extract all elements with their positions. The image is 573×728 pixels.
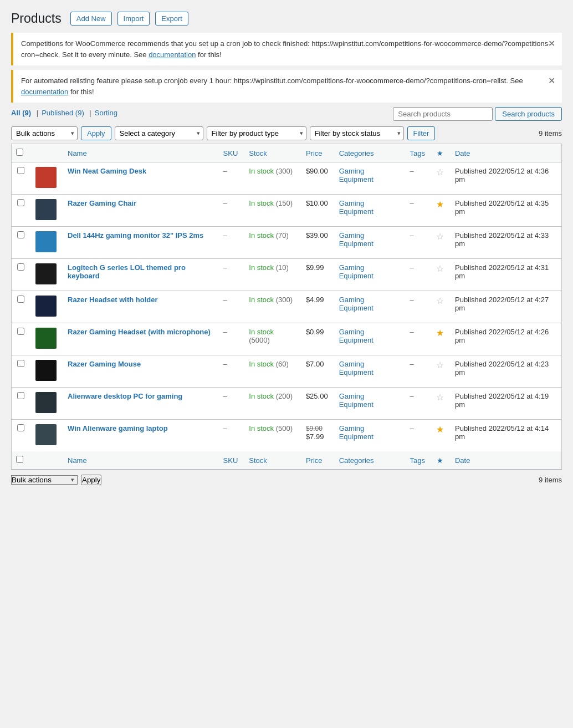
search-button[interactable]: Search products xyxy=(495,107,562,121)
notice-1: Competitions for WooCommerce recommends … xyxy=(11,33,562,65)
row-star-cell[interactable]: ☆ xyxy=(431,388,449,420)
row-checkbox-cell[interactable] xyxy=(12,323,30,355)
star-icon[interactable]: ☆ xyxy=(436,167,444,177)
search-input[interactable] xyxy=(393,107,493,121)
bulk-actions-select[interactable]: Bulk actions xyxy=(11,126,78,140)
category-link[interactable]: Gaming Equipment xyxy=(339,392,374,409)
filter-button-top[interactable]: Filter xyxy=(407,126,436,140)
row-checkbox[interactable] xyxy=(17,328,24,335)
row-checkbox[interactable] xyxy=(17,167,24,174)
th-name[interactable]: Name xyxy=(62,144,218,162)
star-icon[interactable]: ★ xyxy=(436,425,444,434)
product-name-link[interactable]: Win Neat Gaming Desk xyxy=(68,167,146,175)
tfoot-date[interactable]: Date xyxy=(449,451,561,470)
category-link[interactable]: Gaming Equipment xyxy=(339,328,374,344)
product-name-link[interactable]: Razer Gaming Mouse xyxy=(68,360,141,368)
tfoot-select-all[interactable] xyxy=(12,451,30,470)
row-star-cell[interactable]: ★ xyxy=(431,195,449,227)
tags-value: – xyxy=(410,199,414,207)
add-new-button[interactable]: Add New xyxy=(70,12,112,26)
bulk-actions-bottom-select[interactable]: Bulk actions xyxy=(11,475,78,485)
row-name-cell: Dell 144Hz gaming monitor 32" IPS 2ms xyxy=(62,227,218,259)
row-price-cell: $90.00 xyxy=(300,162,334,195)
category-link[interactable]: Gaming Equipment xyxy=(339,231,374,248)
product-name-link[interactable]: Dell 144Hz gaming monitor 32" IPS 2ms xyxy=(68,231,203,240)
star-icon[interactable]: ★ xyxy=(436,328,444,338)
row-checkbox[interactable] xyxy=(17,263,24,271)
row-star-cell[interactable]: ☆ xyxy=(431,259,449,291)
select-all-footer-checkbox[interactable] xyxy=(16,456,23,463)
row-star-cell[interactable]: ★ xyxy=(431,323,449,355)
product-name-link[interactable]: Logitech G series LOL themed pro keyboar… xyxy=(68,263,186,280)
category-link[interactable]: Gaming Equipment xyxy=(339,167,374,184)
category-select[interactable]: Select a category xyxy=(115,126,203,140)
category-link[interactable]: Gaming Equipment xyxy=(339,199,374,216)
product-name-link[interactable]: Win Alienware gaming laptop xyxy=(68,424,168,432)
notice-1-dismiss[interactable]: ✕ xyxy=(548,38,555,49)
notice-2-dismiss[interactable]: ✕ xyxy=(548,75,555,86)
category-link[interactable]: Gaming Equipment xyxy=(339,263,374,280)
stock-status-select[interactable]: Filter by stock status xyxy=(310,126,404,140)
export-button[interactable]: Export xyxy=(155,12,188,26)
row-thumb-cell xyxy=(30,355,62,388)
row-checkbox[interactable] xyxy=(17,199,24,206)
star-icon[interactable]: ☆ xyxy=(436,264,444,273)
row-checkbox-cell[interactable] xyxy=(12,388,30,420)
notice-1-link[interactable]: documentation xyxy=(149,50,196,59)
row-checkbox-cell[interactable] xyxy=(12,420,30,452)
import-button[interactable]: Import xyxy=(117,12,150,26)
row-date-cell: Published 2022/05/12 at 4:27 pm xyxy=(449,291,561,323)
apply-button-bottom[interactable]: Apply xyxy=(81,475,101,485)
date-value: Published 2022/05/12 at 4:33 pm xyxy=(455,231,549,248)
date-value: Published 2022/05/12 at 4:27 pm xyxy=(455,296,549,312)
row-checkbox-cell[interactable] xyxy=(12,227,30,259)
product-name-link[interactable]: Razer Headset with holder xyxy=(68,296,158,304)
category-link[interactable]: Gaming Equipment xyxy=(339,360,374,376)
star-icon[interactable]: ☆ xyxy=(436,393,444,402)
th-sku[interactable]: SKU xyxy=(218,144,244,162)
tfoot-name[interactable]: Name xyxy=(62,451,218,470)
row-checkbox-cell[interactable] xyxy=(12,291,30,323)
row-star-cell[interactable]: ☆ xyxy=(431,227,449,259)
tab-all[interactable]: All (9) xyxy=(11,109,31,117)
row-star-cell[interactable]: ☆ xyxy=(431,355,449,388)
tab-sorting[interactable]: Sorting xyxy=(95,109,117,117)
sku-value: – xyxy=(223,296,227,304)
star-icon[interactable]: ☆ xyxy=(436,360,444,370)
row-checkbox[interactable] xyxy=(17,231,24,238)
row-star-cell[interactable]: ☆ xyxy=(431,291,449,323)
stock-count: (300) xyxy=(276,296,293,304)
row-checkbox[interactable] xyxy=(17,424,24,431)
star-icon[interactable]: ☆ xyxy=(436,296,444,306)
tfoot-price[interactable]: Price xyxy=(300,451,334,470)
product-name-link[interactable]: Alienware desktop PC for gaming xyxy=(68,392,182,400)
row-checkbox-cell[interactable] xyxy=(12,195,30,227)
select-all-checkbox[interactable] xyxy=(16,149,23,156)
product-name-link[interactable]: Razer Gaming Chair xyxy=(68,199,136,207)
product-name-link[interactable]: Razer Gaming Headset (with microphone) xyxy=(68,328,211,336)
th-select-all[interactable] xyxy=(12,144,30,162)
star-icon[interactable]: ☆ xyxy=(436,232,444,241)
row-checkbox-cell[interactable] xyxy=(12,162,30,195)
th-date[interactable]: Date xyxy=(449,144,561,162)
stock-status: In stock xyxy=(249,231,274,240)
row-date-cell: Published 2022/05/12 at 4:14 pm xyxy=(449,420,561,452)
row-star-cell[interactable]: ★ xyxy=(431,420,449,452)
row-checkbox[interactable] xyxy=(17,392,24,399)
apply-button-top[interactable]: Apply xyxy=(81,126,111,140)
row-checkbox[interactable] xyxy=(17,296,24,303)
row-checkbox-cell[interactable] xyxy=(12,259,30,291)
star-icon[interactable]: ★ xyxy=(436,200,444,209)
row-checkbox[interactable] xyxy=(17,360,24,367)
notice-2-link[interactable]: documentation xyxy=(21,88,68,96)
tfoot-sku[interactable]: SKU xyxy=(218,451,244,470)
tab-published[interactable]: Published (9) xyxy=(42,109,84,117)
row-star-cell[interactable]: ☆ xyxy=(431,162,449,195)
product-type-select[interactable]: Filter by product type xyxy=(207,126,306,140)
th-price[interactable]: Price xyxy=(300,144,334,162)
row-name-cell: Razer Gaming Headset (with microphone) xyxy=(62,323,218,355)
row-price-cell: $9.99 xyxy=(300,259,334,291)
category-link[interactable]: Gaming Equipment xyxy=(339,424,374,441)
category-link[interactable]: Gaming Equipment xyxy=(339,296,374,312)
row-checkbox-cell[interactable] xyxy=(12,355,30,388)
